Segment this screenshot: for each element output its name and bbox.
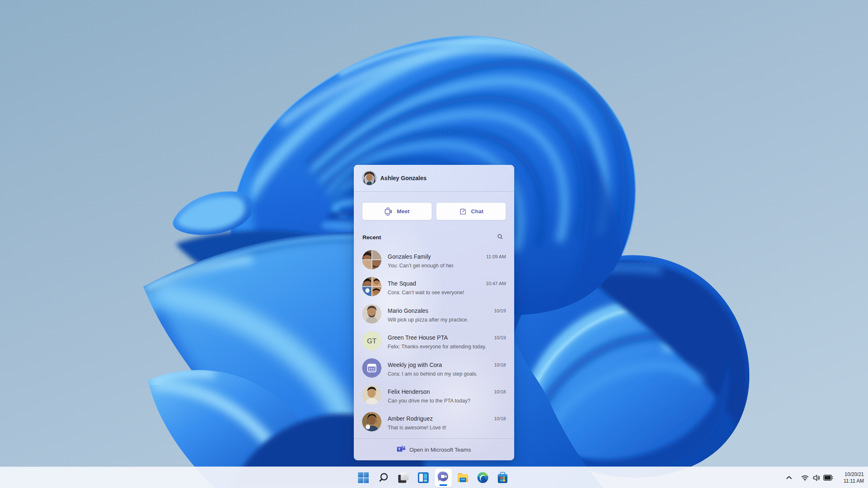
svg-text:GT: GT xyxy=(367,337,377,345)
svg-text:T: T xyxy=(398,447,401,451)
